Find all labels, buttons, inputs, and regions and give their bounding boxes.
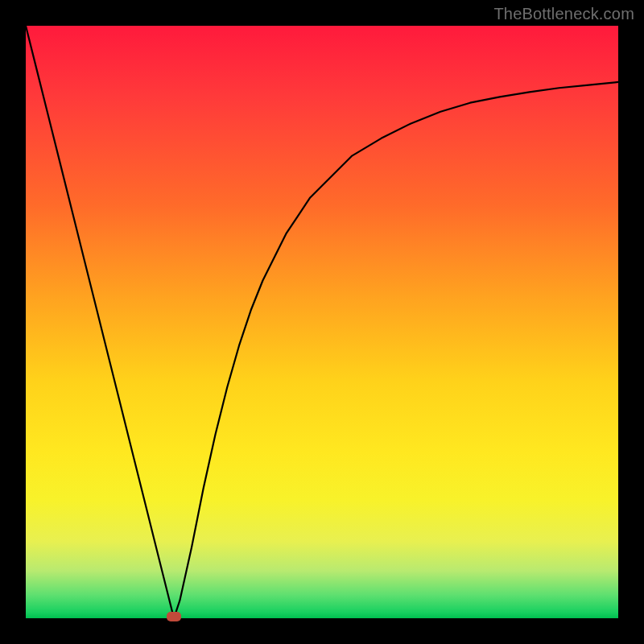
- curve-path: [26, 26, 618, 618]
- optimal-marker: [167, 612, 181, 621]
- watermark-text: TheBottleneck.com: [493, 5, 634, 23]
- plot-area: [26, 26, 618, 618]
- bottleneck-curve: [26, 26, 618, 618]
- chart-frame: TheBottleneck.com: [0, 0, 644, 644]
